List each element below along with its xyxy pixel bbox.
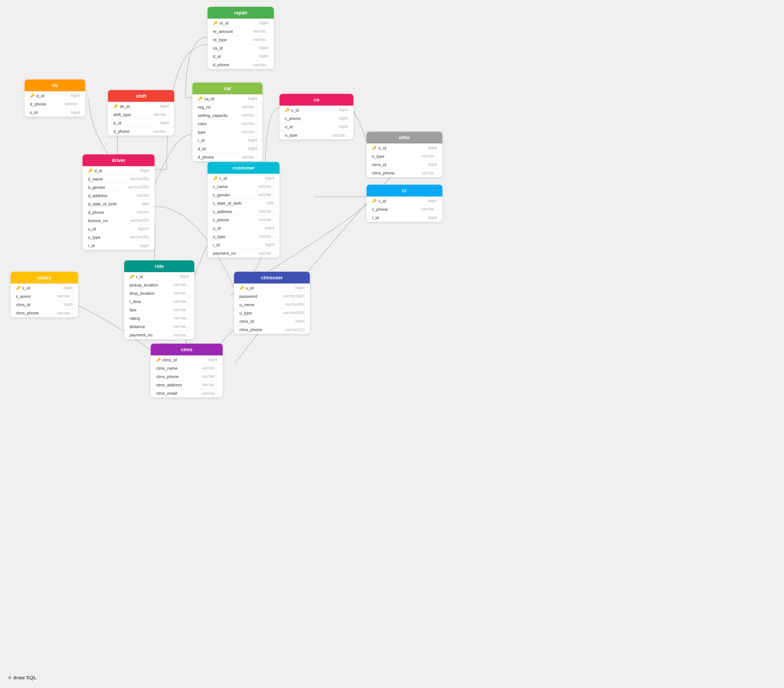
key-icon: 🔑 [130,274,134,279]
table-row: 🔑re_id bigint [208,19,274,27]
table-row: type varchar... [193,128,262,136]
table-row: d_phone varchar... [108,127,174,135]
table-row: license_no varchar(50) [82,217,155,225]
table-repair-header: repair [208,7,274,19]
table-row: rating varchar... [124,314,194,322]
table-row: 🔑sh_id bigint [108,102,174,110]
table-row: u_type varchar(500) [234,309,310,317]
table-row: reg_no varchar... [193,103,262,111]
key-icon: 🔑 [213,176,217,180]
table-row: setting_capacity varchar... [193,111,262,120]
table-row: c_name varchar... [208,182,280,191]
table-row: re_type varchar... [208,36,274,44]
table-row: password varchar(500) [234,292,310,300]
table-row: s_id bigint [25,108,85,117]
table-row: o_id bigint [280,123,353,131]
table-repair: repair 🔑re_id bigint re_amount varchar..… [208,7,274,69]
table-row: r_id bigint [208,241,280,249]
key-icon: 🔑 [113,104,118,108]
table-ctms-header: ctms [151,344,223,356]
table-row: ctms_address varchar... [151,381,223,389]
table-row: s_aounr varchar... [11,292,78,300]
table-row: c_date_of_birth date [208,199,280,207]
key-icon: 🔑 [88,168,92,172]
table-row: u_id bigint? [82,225,155,233]
table-row: d_phone varchar... [25,100,85,108]
table-row: 🔑ctms_id bigint [151,356,223,364]
table-ds: ds 🔑d_id bigint d_phone varchar... s_id … [25,79,85,117]
key-icon: 🔑 [156,358,161,362]
table-cr: cr 🔑c_id bigint c_phone varchar... r_id … [367,185,442,222]
table-co-header: co [280,94,353,106]
table-row: 🔑r_id bigint [124,273,194,281]
table-row: r_id bigint [367,213,442,222]
table-cr-header: cr [367,185,442,197]
table-offer: offer 🔑o_id bigint o_type varchar... ctm… [367,132,442,177]
table-row: d_date_of_birth date [82,200,155,208]
table-row: c_phone varchar... [208,216,280,224]
key-icon: 🔑 [198,97,202,101]
table-row: 🔑d_id bigint [25,92,85,100]
table-row: drop_location varchar... [124,289,194,297]
table-row: 🔑c_id bigint [367,197,442,205]
key-icon: 🔑 [285,108,289,112]
table-customer-header: customer [208,162,280,174]
table-row: c_address varchar... [208,207,280,216]
table-row: ctms_email varchar... [151,389,223,397]
table-row: c_phone varchar... [367,205,442,213]
key-icon: 🔑 [372,199,377,203]
table-row: 🔑u_id bigint [234,284,310,292]
table-offer-header: offer [367,132,442,144]
table-row: d_address varchar [82,192,155,200]
table-row: d_gender varchar(500) [82,183,155,192]
table-row: c_gender varchar... [208,191,280,199]
table-row: c_phone bigint [280,114,353,123]
table-driver: driver 🔑d_id bigint d_name varchar(50) d… [82,154,155,250]
table-row: ctms_phone varchar... [367,169,442,177]
table-ride-header: ride [124,260,194,273]
table-row: r_id bigint [193,136,262,144]
table-row: d_phone varchar... [208,61,274,69]
key-icon: 🔑 [30,94,35,98]
table-salary: salary 🔑s_id bigint s_aounr varchar... c… [11,272,78,317]
table-row: u_name varchar(50) [234,300,310,309]
table-row: pickup_location varchar... [124,281,194,289]
table-row: u_type varchar... [208,232,280,241]
table-driver-header: driver [82,154,155,166]
table-ctmsuser: ctmsuser 🔑u_id bigint password varchar(5… [234,272,310,334]
table-row: ctms_phone varchar... [11,309,78,317]
table-ds-header: ds [25,79,85,92]
table-row: ctms_id bigint [367,161,442,169]
diagram-canvas: repair 🔑re_id bigint re_amount varchar..… [0,0,784,688]
table-row: u_id bigint [208,224,280,232]
table-row: o_type varchar... [280,131,353,139]
table-shift-header: shift [108,90,174,102]
table-row: ctms_id bigint [234,317,310,325]
table-customer: customer 🔑c_id bigint c_name varchar... … [208,162,280,257]
table-row: shift_type varchar... [108,110,174,119]
table-row: 🔑ca_id bigint [193,95,262,103]
table-row: distance varchar... [124,322,194,331]
table-row: d_name varchar(50) [82,175,155,183]
app-logo: ⊹ drawSQL [8,675,36,680]
table-car: car 🔑ca_id bigint reg_no varchar... sett… [193,82,262,161]
key-icon: 🔑 [16,286,20,290]
table-row: d_id bigint [108,119,174,127]
table-row: 🔑s_id bigint [11,284,78,292]
table-row: ctms_phone varchar... [151,373,223,381]
table-row: o_type varchar... [367,152,442,161]
key-icon: 🔑 [372,146,377,150]
table-shift: shift 🔑sh_id bigint shift_type varchar..… [108,90,174,135]
table-ride: ride 🔑r_id bigint pickup_location varcha… [124,260,194,339]
table-row: 🔑c_id bigint [280,106,353,114]
table-row: fare varchar... [124,306,194,314]
table-row: 🔑d_id bigint [82,166,155,175]
table-row: u_type varchar(50) [82,233,155,241]
table-row: d_phone varchar [82,208,155,217]
table-row: 🔑c_id bigint [208,174,280,182]
table-ctms: ctms 🔑ctms_id bigint ctms_name varchar..… [151,344,223,397]
table-row: ctms_id bigint [11,300,78,309]
table-row: r_time varchar... [124,297,194,306]
table-row: 🔑o_id bigint [367,144,442,152]
table-row: r_id bigint [82,241,155,250]
